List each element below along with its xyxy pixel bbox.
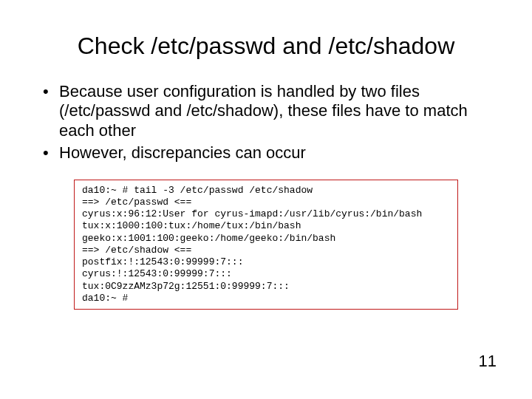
slide: Check /etc/passwd and /etc/shadow Becaus… bbox=[0, 0, 532, 399]
terminal-line: geeko:x:1001:100:geeko:/home/geeko:/bin/… bbox=[82, 233, 335, 244]
terminal-line: da10:~ # bbox=[82, 293, 128, 304]
page-number: 11 bbox=[479, 352, 497, 371]
terminal-line: da10:~ # tail -3 /etc/passwd /etc/shadow bbox=[82, 185, 313, 196]
terminal-line: ==> /etc/shadow <== bbox=[82, 245, 191, 256]
terminal-line: postfix:!:12543:0:99999:7::: bbox=[82, 256, 243, 267]
terminal-line: ==> /etc/passwd <== bbox=[82, 197, 191, 208]
terminal-line: tux:0C9zzAMz3p72g:12551:0:99999:7::: bbox=[82, 281, 290, 292]
terminal-line: tux:x:1000:100:tux:/home/tux:/bin/bash bbox=[82, 220, 301, 231]
terminal-line: cyrus:!:12543:0:99999:7::: bbox=[82, 268, 232, 279]
terminal-output: da10:~ # tail -3 /etc/passwd /etc/shadow… bbox=[74, 180, 458, 310]
bullet-list: Because user configuration is handled by… bbox=[0, 82, 532, 163]
bullet-item: Because user configuration is handled by… bbox=[38, 82, 502, 140]
slide-title: Check /etc/passwd and /etc/shadow bbox=[0, 0, 532, 82]
terminal-line: cyrus:x:96:12:User for cyrus-imapd:/usr/… bbox=[82, 208, 422, 219]
bullet-item: However, discrepancies can occur bbox=[38, 143, 502, 163]
